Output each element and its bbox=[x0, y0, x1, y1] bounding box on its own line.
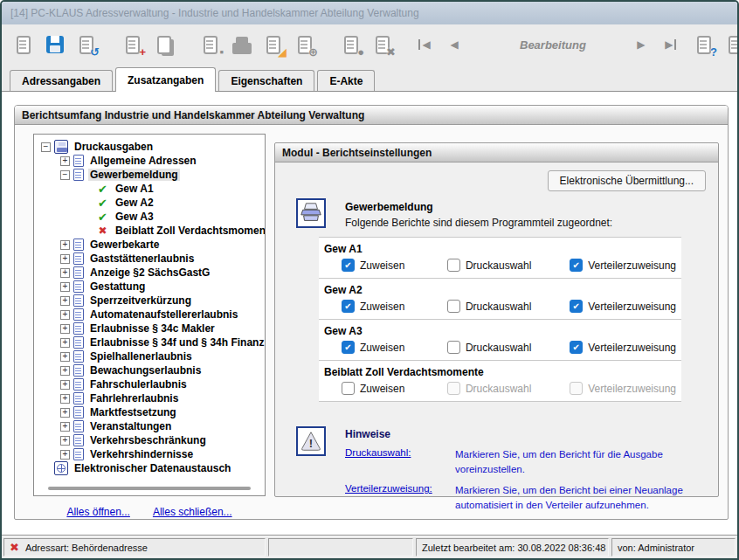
zuweisen-checkbox[interactable]: Zuweisen bbox=[342, 382, 447, 395]
tree-item[interactable]: Gewerbemeldung bbox=[34, 168, 265, 182]
open-all-link[interactable]: Alles öffnen... bbox=[66, 506, 130, 518]
checkbox-box[interactable] bbox=[447, 382, 460, 395]
tab-zusatzangaben[interactable]: Zusatzangaben bbox=[115, 67, 216, 92]
tree-expander-icon[interactable] bbox=[60, 282, 70, 292]
druckauswahl-checkbox[interactable]: Druckauswahl bbox=[447, 300, 570, 313]
verteilerzuweisung-checkbox[interactable]: Verteilerzuweisung bbox=[570, 259, 676, 272]
verteilerzuweisung-checkbox[interactable]: Verteilerzuweisung bbox=[570, 382, 676, 395]
view-record-icon[interactable] bbox=[10, 31, 37, 59]
tree-item[interactable]: Allgemeine Adressen bbox=[34, 154, 265, 168]
checkbox-box[interactable] bbox=[447, 341, 460, 354]
tree-expander-icon[interactable] bbox=[60, 310, 70, 320]
tree-item[interactable]: Marktfestsetzung bbox=[34, 405, 265, 419]
tree-expander-icon[interactable] bbox=[60, 324, 70, 334]
tree-item[interactable]: Beiblatt Zoll Verdachtsmomente bbox=[34, 224, 265, 238]
verteilerzuweisung-checkbox[interactable]: Verteilerzuweisung bbox=[570, 300, 676, 313]
tree-expander-icon[interactable] bbox=[60, 296, 70, 306]
tree-expander-icon[interactable] bbox=[60, 352, 70, 362]
druckauswahl-checkbox[interactable]: Druckauswahl bbox=[447, 382, 570, 395]
tree-item[interactable]: Verkehrsbeschränkung bbox=[34, 433, 265, 447]
checkbox-box[interactable] bbox=[570, 341, 583, 354]
checkbox-box[interactable] bbox=[342, 259, 355, 272]
tree-item[interactable]: Gewerbekarte bbox=[34, 238, 265, 252]
electronic-transmission-button[interactable]: Elektronische Übermittlung... bbox=[548, 170, 706, 191]
zuweisen-checkbox[interactable]: Zuweisen bbox=[342, 259, 447, 272]
next-record-button[interactable]: ▶ bbox=[632, 31, 651, 59]
tree-expander-icon[interactable] bbox=[60, 156, 70, 166]
tree-item[interactable]: Fahrlehrerlaubnis bbox=[34, 391, 265, 405]
first-record-icon: ◀ bbox=[418, 39, 430, 50]
zuweisen-checkbox[interactable]: Zuweisen bbox=[342, 341, 447, 354]
tree-expander-icon[interactable] bbox=[60, 240, 70, 250]
tab-adressangaben[interactable]: Adressangaben bbox=[10, 70, 113, 91]
tree-item[interactable]: Gew A1 bbox=[34, 182, 265, 196]
reminder-icon[interactable]: ● bbox=[338, 31, 364, 59]
druckauswahl-checkbox[interactable]: Druckauswahl bbox=[447, 341, 570, 354]
tree-expander-icon[interactable] bbox=[60, 366, 70, 376]
checkbox-box[interactable] bbox=[342, 341, 355, 354]
tree-item[interactable]: Gew A3 bbox=[34, 210, 265, 224]
checkbox-box[interactable] bbox=[570, 300, 583, 313]
tree-item[interactable]: Bewachungserlaubnis bbox=[34, 363, 265, 377]
checkbox-label: Druckauswahl bbox=[466, 342, 531, 354]
hint-term-link[interactable]: Verteilerzuweisung: bbox=[345, 483, 455, 494]
tree-item-icon bbox=[73, 378, 84, 391]
last-record-button[interactable]: ▶ bbox=[661, 31, 680, 59]
checkbox-box[interactable] bbox=[342, 382, 355, 395]
new-record-icon[interactable]: + bbox=[120, 31, 146, 59]
hint-text: Markieren Sie, um den Bericht für die Au… bbox=[455, 447, 706, 476]
edit-record-icon[interactable]: ◢ bbox=[260, 31, 287, 59]
checkbox-box[interactable] bbox=[447, 300, 460, 313]
tree-expander-icon[interactable] bbox=[41, 142, 51, 152]
tree-expander-icon[interactable] bbox=[60, 408, 70, 418]
cross-icon: ✖ bbox=[10, 542, 19, 553]
tree-item[interactable]: Gew A2 bbox=[34, 196, 265, 210]
tree-item[interactable]: Spielhallenerlaubnis bbox=[34, 349, 265, 363]
tree-item[interactable]: Sperrzeitverkürzung bbox=[34, 294, 265, 308]
tree-item[interactable]: Fahrschulerlaubnis bbox=[34, 377, 265, 391]
status-last-edited: Zuletzt bearbeitet am: 30.08.2022 08:36:… bbox=[416, 538, 609, 557]
tree-expander-icon[interactable] bbox=[60, 436, 70, 446]
delete-record-icon[interactable]: ✖ bbox=[370, 31, 396, 59]
tree-expander-icon[interactable] bbox=[60, 450, 70, 460]
help-icon[interactable]: ? bbox=[691, 31, 717, 59]
verteilerzuweisung-checkbox[interactable]: Verteilerzuweisung bbox=[570, 341, 676, 354]
tree-item[interactable]: Verkehrshindernisse bbox=[34, 447, 265, 461]
previous-record-button[interactable]: ◀ bbox=[445, 31, 464, 59]
close-all-link[interactable]: Alles schließen... bbox=[153, 506, 232, 518]
checkbox-box[interactable] bbox=[447, 259, 460, 272]
tree-item[interactable]: Elektronischer Datenaustausch bbox=[34, 461, 265, 475]
tree-item[interactable]: Erlaubnisse § 34f und § 34h Finanz bbox=[34, 335, 265, 349]
undo-icon[interactable]: ↺ bbox=[73, 31, 100, 59]
first-record-button[interactable]: ◀ bbox=[415, 31, 434, 59]
tree-item[interactable]: Druckausgaben bbox=[34, 140, 265, 154]
tree-expander-icon[interactable] bbox=[60, 380, 70, 390]
tab-eigenschaften[interactable]: Eigenschaften bbox=[218, 70, 314, 91]
tree-expander-icon[interactable] bbox=[60, 394, 70, 404]
tree-expander-icon[interactable] bbox=[60, 170, 70, 180]
druckauswahl-checkbox[interactable]: Druckauswahl bbox=[447, 259, 570, 272]
checkbox-box[interactable] bbox=[570, 382, 583, 395]
archive-record-icon[interactable]: ▪ bbox=[197, 31, 224, 59]
internet-icon[interactable]: ⊕ bbox=[292, 31, 318, 59]
tree-expander-icon[interactable] bbox=[60, 338, 70, 348]
tree-item[interactable]: Gaststättenerlaubnis bbox=[34, 252, 265, 266]
tab-e-akte[interactable]: E-Akte bbox=[317, 70, 375, 91]
save-icon[interactable] bbox=[42, 31, 68, 59]
horizontal-scrollbar[interactable] bbox=[48, 487, 251, 490]
tree-item[interactable]: Anzeige §2 SächsGastG bbox=[34, 266, 265, 280]
checkbox-box[interactable] bbox=[570, 259, 583, 272]
checkbox-box[interactable] bbox=[342, 300, 355, 313]
tree-item[interactable]: Erlaubnisse § 34c Makler bbox=[34, 321, 265, 335]
hint-term-link[interactable]: Druckauswahl: bbox=[345, 447, 455, 458]
tree-item[interactable]: Automatenaufstellererlaubnis bbox=[34, 308, 265, 321]
print-icon[interactable] bbox=[229, 31, 255, 59]
tree-item[interactable]: Gestattung bbox=[34, 280, 265, 294]
zuweisen-checkbox[interactable]: Zuweisen bbox=[342, 300, 447, 313]
tree-item[interactable]: Veranstaltungen bbox=[34, 419, 265, 433]
exit-icon[interactable]: → bbox=[722, 31, 739, 59]
tree-expander-icon[interactable] bbox=[60, 268, 70, 278]
tree-expander-icon[interactable] bbox=[60, 254, 70, 264]
tree-expander-icon[interactable] bbox=[60, 422, 70, 432]
copy-record-icon[interactable] bbox=[151, 31, 177, 59]
